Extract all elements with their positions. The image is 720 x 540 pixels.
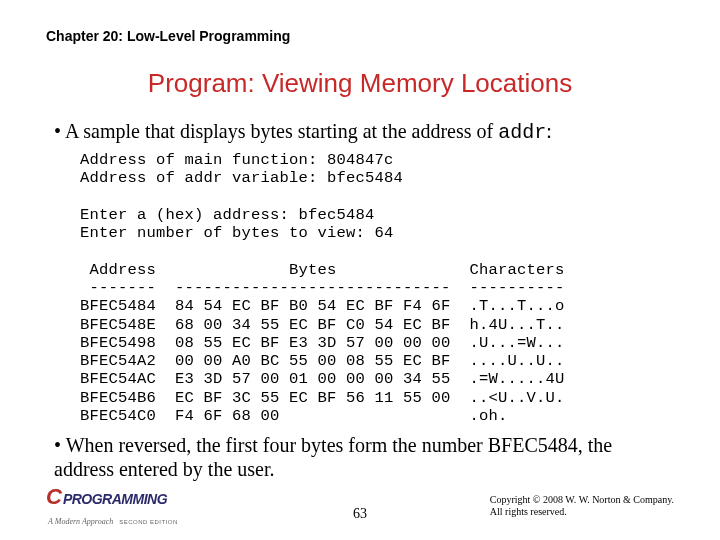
inline-code-addr: addr: [498, 121, 546, 144]
logo-subtitle-row: A Modern Approach SECOND EDITION: [46, 510, 178, 528]
logo-programming: PROGRAMMING: [63, 491, 167, 507]
bullet-text-post: :: [546, 120, 552, 142]
logo-title: C PROGRAMMING: [46, 484, 178, 510]
logo-c-letter: C: [46, 484, 61, 510]
copyright-text: Copyright © 2008 W. W. Norton & Company.…: [490, 494, 674, 518]
bullet-text-pre: A sample that displays bytes starting at…: [65, 120, 498, 142]
book-logo: C PROGRAMMING A Modern Approach SECOND E…: [46, 484, 178, 528]
bullet-conclusion: When reversed, the first four bytes form…: [54, 433, 674, 481]
page-number: 63: [353, 506, 367, 522]
logo-subtitle: A Modern Approach: [48, 517, 113, 526]
memory-dump-output: Address of main function: 804847c Addres…: [80, 151, 674, 425]
slide-title: Program: Viewing Memory Locations: [46, 68, 674, 99]
footer: C PROGRAMMING A Modern Approach SECOND E…: [0, 484, 720, 528]
logo-edition: SECOND EDITION: [119, 519, 178, 525]
chapter-heading: Chapter 20: Low-Level Programming: [46, 28, 674, 44]
bullet-intro: A sample that displays bytes starting at…: [54, 119, 674, 145]
